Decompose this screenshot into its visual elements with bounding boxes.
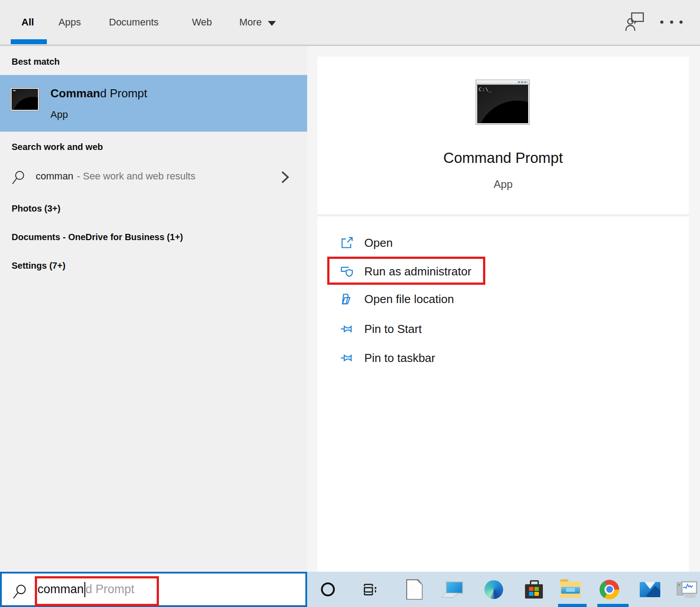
active-tab-indicator bbox=[11, 39, 47, 44]
folder-icon bbox=[340, 292, 354, 306]
more-options-icon[interactable] bbox=[660, 18, 683, 26]
best-match-header: Best match bbox=[12, 57, 60, 67]
preview-divider bbox=[317, 214, 689, 216]
running-indicator-chrome bbox=[597, 604, 629, 607]
preview-app-title: Command Prompt bbox=[317, 150, 689, 166]
search-icon bbox=[12, 170, 26, 186]
running-indicator-file-explorer bbox=[558, 604, 587, 607]
action-open-label: Open bbox=[364, 236, 393, 250]
microsoft-store-icon[interactable] bbox=[520, 572, 548, 607]
text-caret bbox=[84, 582, 85, 597]
action-open-file-location-label: Open file location bbox=[364, 292, 454, 306]
edge-browser-icon[interactable] bbox=[479, 572, 508, 607]
group-documents-label: Documents - OneDrive for Business (1+) bbox=[12, 232, 183, 242]
windows-search-flyout: All Apps Documents Web More Best match C… bbox=[0, 0, 700, 607]
tab-more-label: More bbox=[239, 17, 262, 28]
group-settings-label: Settings (7+) bbox=[12, 261, 66, 271]
mail-icon[interactable] bbox=[636, 572, 664, 607]
action-pin-to-start-label: Pin to Start bbox=[364, 322, 422, 336]
tab-more[interactable]: More bbox=[239, 0, 276, 45]
this-pc-icon[interactable] bbox=[439, 572, 468, 607]
best-match-title: Command Prompt bbox=[50, 87, 147, 100]
file-explorer-icon[interactable] bbox=[556, 572, 585, 607]
admin-shield-icon bbox=[340, 265, 354, 279]
action-run-as-administrator[interactable]: Run as administrator bbox=[317, 262, 689, 282]
search-icon bbox=[12, 584, 28, 601]
taskbar bbox=[307, 572, 700, 607]
tab-apps[interactable]: Apps bbox=[58, 0, 81, 45]
task-view-icon[interactable] bbox=[356, 572, 385, 607]
command-prompt-icon-large: C:\_ bbox=[475, 79, 530, 125]
preview-app-type: App bbox=[317, 178, 689, 191]
action-pin-to-taskbar-label: Pin to taskbar bbox=[364, 351, 435, 365]
inline-suggestion: d Prompt bbox=[86, 582, 135, 596]
unmatched-text: d Prompt bbox=[100, 87, 147, 100]
tab-web-label: Web bbox=[192, 17, 212, 28]
group-settings[interactable]: Settings (7+) bbox=[0, 256, 307, 279]
matched-text: Comman bbox=[50, 87, 100, 100]
chrome-icon[interactable] bbox=[595, 572, 624, 607]
web-search-result-row[interactable]: comman- See work and web results bbox=[0, 163, 307, 192]
best-match-type: App bbox=[50, 109, 68, 121]
libreoffice-icon[interactable] bbox=[400, 572, 429, 607]
tab-web[interactable]: Web bbox=[192, 0, 212, 45]
action-run-as-administrator-label: Run as administrator bbox=[364, 265, 471, 279]
tab-all-label: All bbox=[21, 17, 34, 28]
action-open-file-location[interactable]: Open file location bbox=[317, 290, 689, 310]
command-prompt-icon bbox=[11, 88, 39, 111]
cmd-window-titlebar bbox=[476, 80, 529, 85]
tab-documents-label: Documents bbox=[109, 17, 158, 28]
open-icon bbox=[340, 236, 354, 249]
search-input[interactable]: comman d Prompt bbox=[0, 572, 307, 607]
preview-card: C:\_ Command Prompt App Open bbox=[317, 57, 689, 572]
group-photos-label: Photos (3+) bbox=[12, 204, 60, 214]
preview-panel: C:\_ Command Prompt App Open bbox=[307, 46, 700, 572]
pin-icon bbox=[340, 322, 354, 336]
search-input-text: comman d Prompt bbox=[38, 574, 134, 605]
typed-query: comman bbox=[38, 582, 84, 596]
web-search-result-text: comman- See work and web results bbox=[36, 170, 196, 182]
tab-all[interactable]: All bbox=[21, 0, 34, 45]
chevron-right-icon[interactable] bbox=[280, 170, 290, 184]
search-filter-bar: All Apps Documents Web More bbox=[0, 0, 700, 45]
search-work-web-header: Search work and web bbox=[12, 142, 103, 152]
group-photos[interactable]: Photos (3+) bbox=[0, 199, 307, 222]
group-documents-onedrive[interactable]: Documents - OneDrive for Business (1+) bbox=[0, 228, 307, 251]
cortana-icon[interactable] bbox=[313, 572, 342, 607]
search-results-panel: Best match Command Prompt App Search wor… bbox=[0, 46, 307, 572]
action-open[interactable]: Open bbox=[317, 234, 689, 254]
chevron-down-icon bbox=[268, 21, 276, 26]
best-match-result-command-prompt[interactable]: Command Prompt App bbox=[0, 75, 307, 132]
feedback-icon[interactable] bbox=[625, 12, 645, 32]
query-text: comman bbox=[36, 170, 73, 182]
action-pin-to-taskbar[interactable]: Pin to taskbar bbox=[317, 349, 689, 369]
tab-apps-label: Apps bbox=[58, 17, 81, 28]
tab-documents[interactable]: Documents bbox=[109, 0, 158, 45]
resource-monitor-icon[interactable] bbox=[673, 572, 700, 607]
cmd-prompt-text: C:\_ bbox=[476, 85, 529, 92]
action-pin-to-start[interactable]: Pin to Start bbox=[317, 320, 689, 340]
pin-icon bbox=[340, 351, 354, 365]
web-hint-text: - See work and web results bbox=[77, 170, 195, 182]
